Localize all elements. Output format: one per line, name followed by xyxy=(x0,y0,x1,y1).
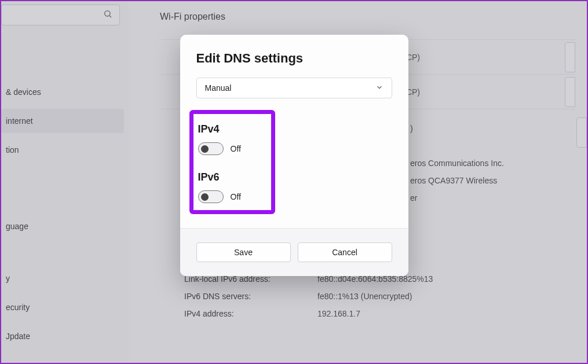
select-value: Manual xyxy=(205,83,232,93)
dns-mode-select[interactable]: Manual xyxy=(196,78,392,98)
ipv4-state: Off xyxy=(231,144,241,153)
cancel-button[interactable]: Cancel xyxy=(298,242,392,262)
dialog-title: Edit DNS settings xyxy=(196,51,392,66)
ipv4-toggle[interactable] xyxy=(198,142,224,155)
ipv6-state: Off xyxy=(231,192,241,201)
ipv4-group: IPv4 Off xyxy=(198,123,264,155)
ipv6-toggle[interactable] xyxy=(198,190,224,203)
chevron-down-icon xyxy=(375,83,384,93)
ipv6-label: IPv6 xyxy=(198,171,264,183)
ipv4-label: IPv4 xyxy=(198,123,264,135)
ipv6-group: IPv6 Off xyxy=(198,171,264,203)
dialog-footer: Save Cancel xyxy=(180,228,408,276)
dialog-backdrop: Edit DNS settings Manual IPv4 Off IPv6 xyxy=(1,1,587,363)
save-button[interactable]: Save xyxy=(196,242,291,262)
ipv-highlight-box: IPv4 Off IPv6 Off xyxy=(189,110,275,214)
toggle-knob xyxy=(201,145,209,153)
toggle-knob xyxy=(201,193,209,201)
dns-settings-dialog: Edit DNS settings Manual IPv4 Off IPv6 xyxy=(180,35,408,276)
